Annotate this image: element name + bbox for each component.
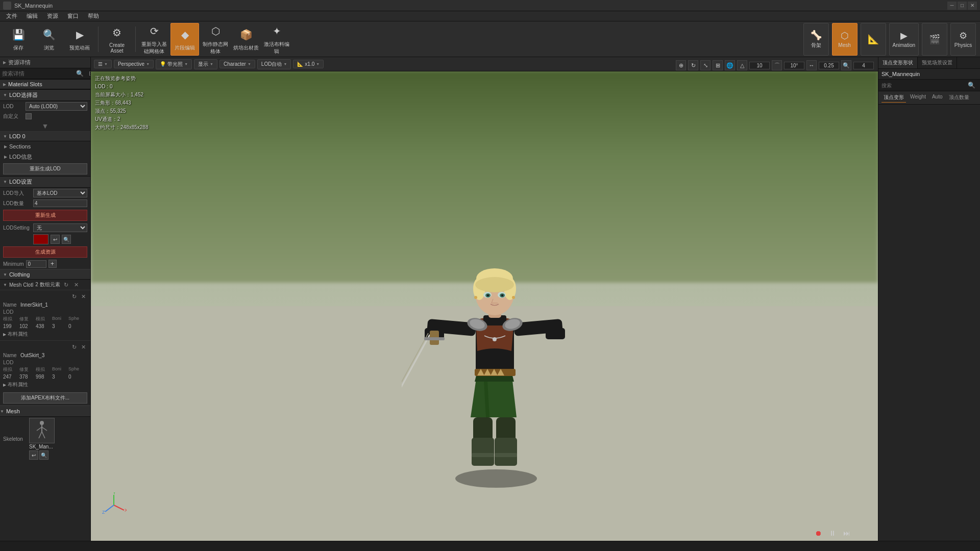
minimize-button[interactable]: ─ [947, 2, 957, 10]
rp-tab-morph[interactable]: 顶点变形形状 [878, 57, 918, 68]
lod-settings-header[interactable]: ▼ LOD设置 [0, 176, 90, 188]
add-apex-button[interactable]: 添加APEX布料文件... [3, 392, 87, 404]
lod-auto-button[interactable]: LOD自动 ▼ [257, 59, 291, 69]
clothing-header[interactable]: ▼ Clothing [0, 269, 90, 280]
rp-tab2-vertex[interactable]: 顶点数量 [947, 93, 971, 103]
zoom-input[interactable] [853, 62, 874, 69]
browse-button[interactable]: 🔍 浏览 [35, 23, 63, 56]
save-button[interactable]: 💾 保存 [4, 23, 33, 56]
search-input[interactable] [2, 70, 72, 77]
rp-tab2-auto[interactable]: Auto [930, 93, 945, 103]
minimum-input[interactable] [26, 260, 46, 268]
cloth-clear-button[interactable]: ✕ [72, 281, 81, 289]
rp-tab-preview[interactable]: 预览场景设置 [918, 57, 957, 68]
coord-button[interactable]: ⊞ [713, 60, 723, 70]
next-frame-button[interactable]: ⏭ [841, 528, 852, 539]
minimum-label: Minimum [3, 261, 24, 267]
world-button[interactable]: 🌐 [725, 60, 735, 70]
lod-selector-header[interactable]: ▼ LOD选择器 [0, 89, 90, 101]
translate-button[interactable]: ⊕ [676, 60, 686, 70]
scale-btn[interactable]: ⤡ [700, 60, 710, 70]
maximize-button[interactable]: □ [958, 2, 967, 10]
cloth1-property[interactable]: ▶ 布料属性 [0, 330, 90, 339]
skeleton-reset-button[interactable]: ↩ [29, 450, 38, 460]
mesh-button[interactable]: ⬡ Mesh [832, 23, 857, 56]
surface-button[interactable]: △ [737, 60, 747, 70]
anim-montage-button[interactable]: 🎬 [922, 23, 947, 56]
rp-search-input[interactable] [881, 83, 966, 88]
menu-file[interactable]: 文件 [2, 11, 21, 21]
viewport-right-controls: ⊕ ↻ ⤡ ⊞ 🌐 △ ⌒ ↔ 🔍 [676, 60, 874, 70]
status-bar [0, 541, 980, 551]
activate-cloth-button[interactable]: ✦ 激活布料编辑 [262, 23, 291, 56]
regenerate-lod-button[interactable]: 重新生成LOD [3, 163, 87, 174]
viewport-menu-button[interactable]: ☰ ▼ [94, 60, 112, 68]
record-button[interactable]: ⏺ [813, 528, 824, 539]
mesh-section-header[interactable]: ▼ Mesh [0, 405, 90, 417]
lod-select[interactable]: Auto (LOD0) LOD 0 LOD 1 LOD 2 LOD 3 [26, 102, 87, 111]
character-button[interactable]: Character ▼ [219, 60, 255, 68]
anim-blueprint-button[interactable]: 📐 [861, 23, 886, 56]
grid-view-button[interactable]: ⊞ [87, 69, 91, 78]
menu-edit[interactable]: 编辑 [22, 11, 42, 21]
cloth2-refresh-button[interactable]: ↻ [70, 343, 78, 351]
info-line4: 三角形：68,443 [95, 99, 149, 107]
rotate-button[interactable]: ↻ [688, 60, 698, 70]
show-button[interactable]: 显示 ▼ [194, 59, 217, 69]
material-slots-header[interactable]: ▶ Material Slots [0, 79, 90, 89]
search-icon-btn[interactable]: 🔍 [62, 235, 71, 244]
window-controls: ─ □ ✕ [947, 2, 977, 10]
bake-button[interactable]: 📦 烘培出材质 [232, 23, 260, 56]
sections-row[interactable]: ▶ Sections [0, 141, 90, 152]
color-swatch[interactable] [33, 234, 48, 244]
lighting-label: 带光照 [167, 61, 183, 68]
grid-size-input[interactable] [749, 62, 770, 69]
right-panel-tabs: 顶点变形形状 预览场景设置 [878, 57, 980, 69]
skeleton-search-button[interactable]: 🔍 [39, 450, 48, 460]
lod-auto-label: LOD自动 [261, 61, 282, 68]
reset-icon-btn[interactable]: ↩ [51, 235, 60, 244]
cloth1-refresh-button[interactable]: ↻ [70, 292, 78, 300]
static-mesh-button[interactable]: ⬡ 制作静态网格体 [201, 23, 230, 56]
expand-arrow[interactable]: ▼ [0, 121, 90, 131]
move-input[interactable] [819, 62, 839, 69]
menu-help[interactable]: 帮助 [84, 11, 103, 21]
rp-tab2-weight[interactable]: Weight [908, 93, 928, 103]
create-asset-button[interactable]: ⚙ Create Asset [103, 23, 131, 56]
asset-details-header[interactable]: ▶ 资源详情 [0, 57, 90, 68]
rp-tab2-morph[interactable]: 顶点变形 [881, 93, 906, 103]
none-select[interactable]: 无 [33, 223, 87, 232]
cloth2-remove-button[interactable]: ✕ [79, 343, 87, 351]
scale-button[interactable]: 📐 x1.0 ▼ [293, 60, 324, 68]
menu-window[interactable]: 窗口 [63, 11, 83, 21]
search-button[interactable]: 🔍 [75, 69, 85, 78]
lod0-header[interactable]: ▼ LOD 0 [0, 131, 90, 141]
angle-input[interactable] [784, 62, 804, 69]
menu-asset[interactable]: 资源 [43, 11, 62, 21]
segment-edit-button[interactable]: ◆ 片段编辑 [170, 23, 199, 56]
lod0-label: LOD 0 [9, 133, 26, 139]
cloth1-remove-button[interactable]: ✕ [79, 292, 87, 300]
regenerate-button[interactable]: 重新生成 [3, 210, 87, 221]
preview-animation-button[interactable]: ▶ 预览动画 [65, 23, 94, 56]
cloth1-h2: 修复 [19, 316, 34, 322]
lod-import-select[interactable]: 基本LOD [33, 189, 87, 197]
reimport-button[interactable]: ⟳ 重新导入基础网格体 [140, 23, 168, 56]
cloth2-property[interactable]: ▶ 布料属性 [0, 380, 90, 389]
skeleton-button[interactable]: 🦴 骨架 [803, 23, 829, 56]
physics-button[interactable]: ⚙ Physics [950, 23, 976, 56]
cloth-refresh-button[interactable]: ↻ [62, 281, 70, 289]
perspective-button[interactable]: Perspective ▼ [114, 60, 154, 68]
close-button[interactable]: ✕ [968, 2, 977, 10]
custom-checkbox[interactable] [26, 113, 32, 119]
viewport-3d[interactable]: 正在预览参考姿势 LOD : 0 当前屏幕大小：1,452 三角形：68,443… [91, 71, 878, 541]
bake-label: 烘培出材质 [233, 44, 259, 52]
lod-info-row[interactable]: ▶ LOD信息 [0, 152, 90, 162]
lod-count-input[interactable] [33, 199, 87, 207]
add-button[interactable]: + [48, 260, 57, 268]
lighting-button[interactable]: 💡 带光照 ▼ [156, 59, 192, 69]
pause-button[interactable]: ⏸ [827, 528, 838, 539]
generate-asset-button[interactable]: 生成资源 [3, 246, 87, 258]
rp-search-button[interactable]: 🔍 [966, 81, 977, 89]
animation-button[interactable]: ▶ Animation [889, 23, 919, 56]
